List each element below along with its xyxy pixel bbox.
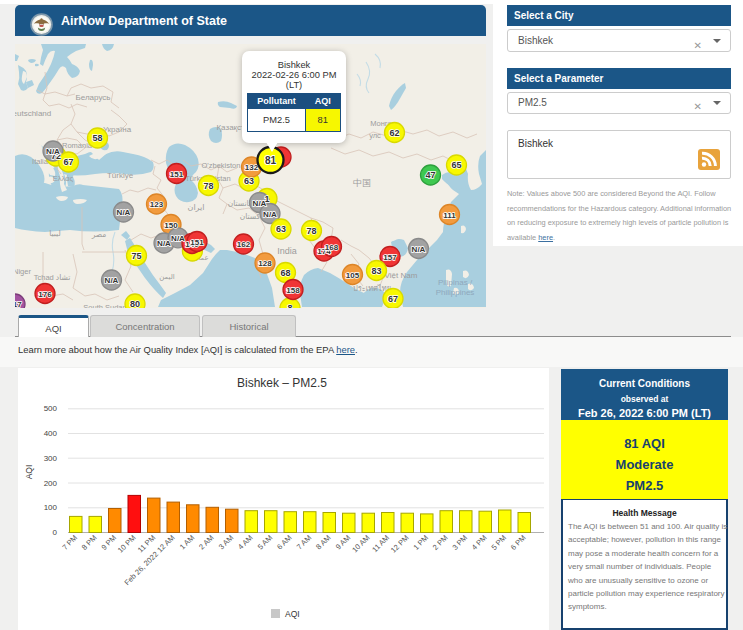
- svg-text:Việt Nam: Việt Nam: [385, 271, 418, 280]
- svg-text:128: 128: [258, 259, 272, 268]
- svg-text:N/A: N/A: [263, 210, 277, 219]
- svg-text:中国: 中国: [353, 178, 371, 188]
- svg-text:157: 157: [383, 253, 397, 262]
- svg-text:300: 300: [44, 454, 58, 463]
- svg-text:65: 65: [451, 160, 461, 170]
- svg-text:AQI: AQI: [285, 609, 300, 619]
- svg-text:ایران: ایران: [188, 203, 205, 212]
- svg-text:83: 83: [371, 266, 381, 276]
- svg-text:N/A: N/A: [253, 199, 267, 208]
- svg-text:مصر: مصر: [91, 230, 107, 239]
- svg-text:132: 132: [245, 163, 259, 172]
- svg-text:75: 75: [131, 251, 141, 261]
- svg-text:India: India: [277, 246, 297, 256]
- svg-text:500: 500: [44, 404, 58, 413]
- svg-text:AQI: AQI: [24, 465, 34, 480]
- svg-text:Deutschland: Deutschland: [15, 109, 51, 118]
- svg-text:N/A: N/A: [105, 276, 119, 285]
- svg-text:South Sudan: South Sudan: [83, 303, 126, 308]
- svg-text:47: 47: [425, 170, 435, 180]
- svg-text:Tchad تشاد: Tchad تشاد: [34, 273, 71, 282]
- svg-text:123: 123: [150, 200, 164, 209]
- svg-text:168: 168: [325, 243, 339, 252]
- svg-text:176: 176: [38, 290, 52, 299]
- svg-text:151: 151: [170, 170, 184, 179]
- svg-text:78: 78: [306, 226, 316, 236]
- svg-text:Bishkek – PM2.5: Bishkek – PM2.5: [237, 376, 327, 390]
- svg-text:Türkiye: Türkiye: [107, 171, 134, 180]
- svg-text:81: 81: [265, 155, 277, 166]
- svg-text:151: 151: [190, 238, 204, 247]
- svg-text:68: 68: [280, 268, 290, 278]
- svg-text:Ελλάς: Ελλάς: [53, 174, 74, 183]
- svg-text:78: 78: [203, 181, 213, 191]
- svg-text:0: 0: [53, 528, 58, 537]
- svg-text:105: 105: [346, 271, 360, 280]
- svg-text:N/A: N/A: [157, 239, 171, 248]
- svg-text:67: 67: [388, 294, 398, 304]
- svg-text:O'zbekiston: O'zbekiston: [202, 161, 241, 170]
- svg-text:N/A: N/A: [171, 234, 185, 243]
- svg-text:улс: улс: [369, 131, 381, 140]
- svg-text:Philippines: Philippines: [436, 288, 475, 297]
- svg-text:80: 80: [130, 299, 140, 308]
- svg-text:Pilipinas /: Pilipinas /: [438, 278, 473, 287]
- svg-text:N/A: N/A: [46, 147, 60, 156]
- svg-text:63: 63: [244, 176, 254, 186]
- svg-text:8: 8: [287, 303, 292, 308]
- svg-text:58: 58: [92, 133, 102, 143]
- svg-text:اليمن: اليمن: [159, 273, 175, 281]
- svg-text:N/A: N/A: [117, 208, 131, 217]
- svg-text:200: 200: [44, 479, 58, 488]
- svg-text:67: 67: [63, 157, 73, 167]
- svg-text:150: 150: [164, 221, 178, 230]
- svg-text:N/A: N/A: [412, 245, 426, 254]
- svg-text:217: 217: [15, 300, 22, 308]
- svg-text:ليبيا: ليبيا: [49, 229, 60, 238]
- svg-text:Niger: Niger: [15, 267, 31, 276]
- svg-text:62: 62: [389, 128, 399, 138]
- svg-text:158: 158: [286, 286, 300, 295]
- svg-text:63: 63: [276, 224, 286, 234]
- svg-text:Україна: Україна: [103, 125, 132, 134]
- svg-text:100: 100: [44, 503, 58, 512]
- svg-text:400: 400: [44, 429, 58, 438]
- svg-text:111: 111: [443, 211, 456, 220]
- svg-text:Беларусь: Беларусь: [76, 93, 111, 102]
- svg-text:162: 162: [237, 240, 251, 249]
